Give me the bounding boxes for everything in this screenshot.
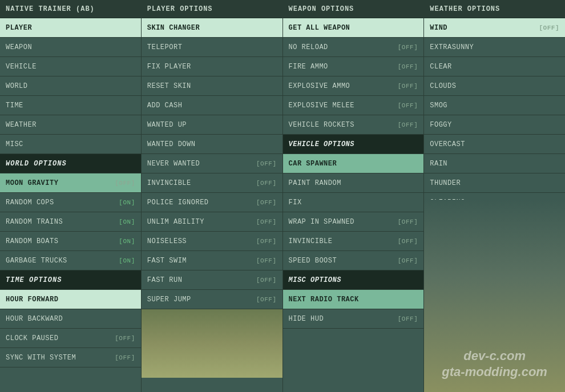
col1-item-10[interactable]: UNLIM ABILITY[OFF] [142,212,282,232]
menu-item-label: WORLD OPTIONS [6,160,67,168]
menu-item-label: GET ALL WEAPON [289,24,350,32]
col2-item-6[interactable]: VEHICLE OPTIONS [283,135,424,154]
col0-item-5[interactable]: WEATHER [0,115,141,135]
col0-item-11[interactable]: RANDOM BOATS[ON] [0,232,141,251]
column-3: WEATHER OPTIONSWIND[OFF]EXTRASUNNYCLEARC… [424,0,565,392]
col3-item-7[interactable]: RAIN [424,154,565,173]
col0-item-9[interactable]: RANDOM COPS[ON] [0,193,141,212]
col0-item-13[interactable]: TIME OPTIONS [0,270,141,290]
menu-item-label: THUNDER [430,179,461,187]
col2-item-15[interactable]: HIDE HUD[OFF] [283,309,424,329]
menu-item-label: INVINCIBLE [147,179,191,187]
menu-item-label: NOISELESS [147,237,187,245]
col1-item-14[interactable]: SUPER JUMP[OFF] [142,290,282,309]
col2-item-12[interactable]: SPEED BOOST[OFF] [283,251,424,270]
col2-item-13[interactable]: MISC OPTIONS [283,270,424,290]
col1-item-11[interactable]: NOISELESS[OFF] [142,232,282,251]
col2-item-4[interactable]: EXPLOSIVE MELEE[OFF] [283,96,424,115]
col3-item-1[interactable]: EXTRASUNNY [424,38,565,57]
col3-item-2[interactable]: CLEAR [424,57,565,76]
watermark-area: dev-c.comGTA-modding.com [424,200,565,393]
col2-item-7[interactable]: CAR SPAWNER [283,154,424,173]
menu-item-label: NEVER WANTED [147,160,200,168]
ground-area [142,309,282,378]
col0-item-6[interactable]: MISC [0,135,141,154]
menu-item-tag: [OFF] [398,83,418,90]
col2-item-8[interactable]: PAINT RANDOM [283,173,424,193]
column-0: NATIVE TRAINER (AB)PLAYERWEAPONVEHICLEWO… [0,0,142,392]
menu-item-label: SYNC WITH SYSTEM [6,354,76,362]
col1-item-7[interactable]: NEVER WANTED[OFF] [142,154,282,173]
col-header-2: WEAPON OPTIONS [283,0,424,18]
menu-item-label: PLAYER [6,24,32,32]
menu-item-label: HIDE HUD [289,315,324,323]
col0-item-7[interactable]: WORLD OPTIONS [0,154,141,173]
menu-item-tag: [ON] [119,199,135,206]
col3-item-6[interactable]: OVERCAST [424,135,565,154]
column-2: WEAPON OPTIONSGET ALL WEAPONNO RELOAD[OF… [283,0,425,392]
col2-item-11[interactable]: INVINCIBLE[OFF] [283,232,424,251]
col2-item-5[interactable]: VEHICLE ROCKETS[OFF] [283,115,424,135]
menu-item-label: SMOG [430,102,447,110]
col-header-0: NATIVE TRAINER (AB) [0,0,141,18]
menu-item-label: GARBAGE TRUCKS [6,257,67,265]
col0-item-15[interactable]: HOUR BACKWARD [0,309,141,329]
col0-item-1[interactable]: WEAPON [0,38,141,57]
menu-item-tag: [OFF] [398,316,418,322]
menu-item-label: TIME [6,102,23,110]
col0-item-2[interactable]: VEHICLE [0,57,141,76]
col1-item-9[interactable]: POLICE IGNORED[OFF] [142,193,282,212]
menu-item-tag: [OFF] [398,238,418,245]
menu-item-tag: [OFF] [398,44,418,51]
col2-item-3[interactable]: EXPLOSIVE AMMO[OFF] [283,76,424,96]
col1-item-2[interactable]: FIX PLAYER [142,57,282,76]
menu-item-tag: [OFF] [398,122,418,128]
menu-item-tag: [OFF] [256,277,277,284]
col1-item-5[interactable]: WANTED UP [142,115,282,135]
menu-item-tag: [OFF] [115,335,135,342]
menu-item-label: SPEED BOOST [289,257,337,265]
col1-item-0[interactable]: SKIN CHANGER [142,18,282,38]
col3-item-5[interactable]: FOGGY [424,115,565,135]
col3-item-9[interactable]: CLEARING [424,193,565,200]
col1-item-1[interactable]: TELEPORT [142,38,282,57]
col0-item-0[interactable]: PLAYER [0,18,141,38]
col0-item-4[interactable]: TIME [0,96,141,115]
col0-item-17[interactable]: SYNC WITH SYSTEM[OFF] [0,348,141,367]
col2-item-9[interactable]: FIX [283,193,424,212]
col2-item-0[interactable]: GET ALL WEAPON [283,18,424,38]
col0-item-12[interactable]: GARBAGE TRUCKS[ON] [0,251,141,270]
col0-item-8[interactable]: MOON GRAVITY[OFF] [0,173,141,193]
col2-item-14[interactable]: NEXT RADIO TRACK [283,290,424,309]
col2-item-1[interactable]: NO RELOAD[OFF] [283,38,424,57]
col3-item-8[interactable]: THUNDER [424,173,565,193]
col1-item-6[interactable]: WANTED DOWN [142,135,282,154]
col0-item-10[interactable]: RANDOM TRAINS[ON] [0,212,141,232]
menu-item-label: FAST RUN [147,276,183,284]
col3-item-0[interactable]: WIND[OFF] [424,18,565,38]
col1-item-8[interactable]: INVINCIBLE[OFF] [142,173,282,193]
menu-item-label: MISC OPTIONS [289,276,341,284]
menu-item-label: WRAP IN SPAWNED [289,218,355,226]
menu-item-label: HOUR FORWARD [6,296,58,304]
menu-item-label: CLEAR [430,63,452,71]
col2-item-10[interactable]: WRAP IN SPAWNED[OFF] [283,212,424,232]
menu-item-label: NEXT RADIO TRACK [289,296,359,304]
menu-item-label: RANDOM TRAINS [6,218,63,226]
menu-item-tag: [OFF] [256,199,277,206]
col1-item-12[interactable]: FAST SWIM[OFF] [142,251,282,270]
menu-item-label: CAR SPAWNER [289,160,337,168]
col1-item-13[interactable]: FAST RUN[OFF] [142,270,282,290]
col2-item-2[interactable]: FIRE AMMO[OFF] [283,57,424,76]
col0-item-16[interactable]: CLOCK PAUSED[OFF] [0,329,141,348]
menu-item-label: FIX [289,199,302,207]
col3-item-4[interactable]: SMOG [424,96,565,115]
col1-item-4[interactable]: ADD CASH [142,96,282,115]
menu-item-tag: [OFF] [398,63,418,70]
col0-item-14[interactable]: HOUR FORWARD [0,290,141,309]
col3-item-3[interactable]: CLOUDS [424,76,565,96]
menu-item-label: FIX PLAYER [147,63,191,71]
menu-item-label: VEHICLE OPTIONS [289,140,355,148]
col1-item-3[interactable]: RESET SKIN [142,76,282,96]
col0-item-3[interactable]: WORLD [0,76,141,96]
